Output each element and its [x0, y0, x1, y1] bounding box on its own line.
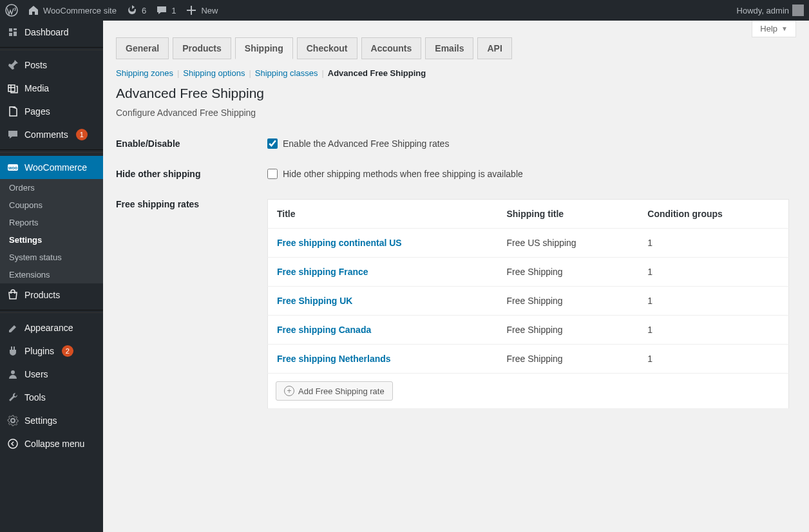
sidebar-item-label: Appearance	[24, 323, 73, 333]
updates-link[interactable]: 6	[126, 4, 146, 17]
sidebar-subitem-system-status[interactable]: System status	[0, 249, 103, 266]
rate-condition-groups: 1	[638, 258, 788, 287]
svg-point-3	[11, 370, 15, 374]
sidebar-item-plugins[interactable]: Plugins2	[0, 339, 103, 363]
products-icon	[6, 289, 19, 301]
wp-logo[interactable]	[5, 4, 18, 17]
sidebar-subitem-coupons[interactable]: Coupons	[0, 196, 103, 214]
sidebar-item-appearance[interactable]: Appearance	[0, 316, 103, 339]
hide-checkbox[interactable]	[267, 169, 278, 179]
sidebar-item-label: Posts	[24, 60, 47, 70]
sidebar-item-comments[interactable]: Comments1	[0, 123, 103, 146]
section-title: Advanced Free Shipping	[116, 86, 796, 101]
sidebar-item-label: Comments	[24, 129, 68, 140]
rate-shipping-title: Free Shipping	[497, 345, 638, 374]
sidebar-item-label: Collapse menu	[24, 439, 84, 444]
sidebar-item-products[interactable]: Products	[0, 283, 103, 307]
sidebar-item-label: Users	[24, 369, 48, 379]
sidebar-item-pages[interactable]: Pages	[0, 100, 103, 123]
sidebar-item-users[interactable]: Users	[0, 363, 103, 386]
sidebar-subitem-extensions[interactable]: Extensions	[0, 266, 103, 283]
tab-shipping[interactable]: Shipping	[235, 37, 293, 59]
separator: |	[249, 68, 251, 78]
badge: 2	[62, 345, 73, 357]
comment-icon	[6, 128, 19, 141]
sidebar-item-collapse-menu[interactable]: Collapse menu	[0, 432, 103, 444]
account-link[interactable]: Howdy, admin	[737, 5, 804, 16]
woo-icon: woo	[6, 161, 19, 174]
sidebar-item-tools[interactable]: Tools	[0, 386, 103, 409]
media-icon	[6, 82, 19, 95]
rate-condition-groups: 1	[638, 229, 788, 258]
sidebar-item-label: Media	[24, 83, 49, 93]
tab-emails[interactable]: Emails	[425, 37, 473, 59]
site-name: WooCommerce site	[43, 6, 117, 15]
rate-title-link[interactable]: Free shipping France	[277, 267, 368, 277]
sidebar-item-label: Products	[24, 290, 60, 300]
col-condition-groups: Condition groups	[638, 200, 788, 229]
sidebar-item-settings[interactable]: Settings	[0, 409, 103, 432]
tab-products[interactable]: Products	[173, 37, 231, 59]
add-free-shipping-rate-button[interactable]: + Add Free Shipping rate	[276, 381, 393, 401]
admin-bar-left: WooCommerce site 6 1 New	[5, 4, 218, 17]
enable-checkbox[interactable]	[267, 138, 278, 149]
col-shipping-title: Shipping title	[497, 200, 638, 229]
update-icon	[126, 4, 138, 17]
pin-icon	[6, 59, 19, 71]
rate-title-link[interactable]: Free shipping Canada	[277, 325, 371, 335]
sidebar-subitem-orders[interactable]: Orders	[0, 179, 103, 196]
tab-checkout[interactable]: Checkout	[297, 37, 357, 59]
table-row: Free shipping NetherlandsFree Shipping1	[268, 345, 789, 374]
content-area: GeneralProductsShippingCheckoutAccountsE…	[103, 0, 809, 444]
sidebar-subitem-settings[interactable]: Settings	[0, 231, 103, 249]
new-content-link[interactable]: New	[185, 4, 218, 17]
subsection-current: Advanced Free Shipping	[328, 68, 426, 78]
rate-shipping-title: Free Shipping	[497, 316, 638, 345]
subsection-link-shipping-options[interactable]: Shipping options	[183, 68, 245, 78]
rate-condition-groups: 1	[638, 287, 788, 316]
rates-row: Free shipping rates Title Shipping title…	[116, 190, 796, 418]
add-button-label: Add Free Shipping rate	[298, 386, 385, 396]
tab-general[interactable]: General	[116, 37, 169, 59]
hide-row: Hide other shipping Hide other shipping …	[116, 160, 796, 190]
rate-shipping-title: Free Shipping	[497, 258, 638, 287]
rate-condition-groups: 1	[638, 316, 788, 345]
tab-accounts[interactable]: Accounts	[361, 37, 422, 59]
new-label: New	[201, 6, 218, 15]
enable-checkbox-wrap[interactable]: Enable the Advanced Free Shipping rates	[267, 138, 449, 149]
site-link[interactable]: WooCommerce site	[27, 4, 117, 17]
rate-title-link[interactable]: Free shipping Netherlands	[277, 354, 391, 364]
users-icon	[6, 368, 19, 381]
wordpress-icon	[5, 4, 18, 17]
hide-checkbox-wrap[interactable]: Hide other shipping methods when free sh…	[267, 169, 523, 179]
rate-title-link[interactable]: Free shipping continental US	[277, 238, 402, 248]
enable-row: Enable/Disable Enable the Advanced Free …	[116, 129, 796, 160]
subsection-link-shipping-classes[interactable]: Shipping classes	[255, 68, 318, 78]
subsection-link-shipping-zones[interactable]: Shipping zones	[116, 68, 173, 78]
sidebar-item-media[interactable]: Media	[0, 77, 103, 100]
enable-description: Enable the Advanced Free Shipping rates	[283, 138, 449, 149]
comments-link[interactable]: 1	[155, 4, 176, 17]
tab-api[interactable]: API	[477, 37, 511, 59]
table-row: Free shipping continental USFree US ship…	[268, 229, 789, 258]
sidebar-item-dashboard[interactable]: Dashboard	[0, 21, 103, 44]
enable-label: Enable/Disable	[116, 138, 267, 149]
col-title: Title	[268, 200, 498, 229]
table-row: Free shipping CanadaFree Shipping1	[268, 316, 789, 345]
rate-shipping-title: Free US shipping	[497, 229, 638, 258]
sidebar-subitem-reports[interactable]: Reports	[0, 214, 103, 231]
plus-icon	[185, 4, 198, 17]
admin-bar: WooCommerce site 6 1 New Howdy, admin	[0, 0, 809, 21]
sidebar-item-label: WooCommerce	[24, 162, 87, 173]
rate-title-link[interactable]: Free Shipping UK	[277, 296, 352, 306]
sub-sections: Shipping zones|Shipping options|Shipping…	[116, 68, 796, 78]
sidebar-item-woocommerce[interactable]: wooWooCommerce	[0, 156, 103, 179]
help-tab[interactable]: Help ▼	[752, 21, 796, 37]
chevron-down-icon: ▼	[781, 25, 788, 32]
hide-description: Hide other shipping methods when free sh…	[283, 169, 523, 179]
settings-icon	[6, 414, 19, 427]
sidebar-item-posts[interactable]: Posts	[0, 53, 103, 77]
badge: 1	[76, 129, 88, 140]
howdy-text: Howdy, admin	[737, 6, 789, 15]
admin-sidebar: DashboardPostsMediaPagesComments1wooWooC…	[0, 21, 103, 444]
